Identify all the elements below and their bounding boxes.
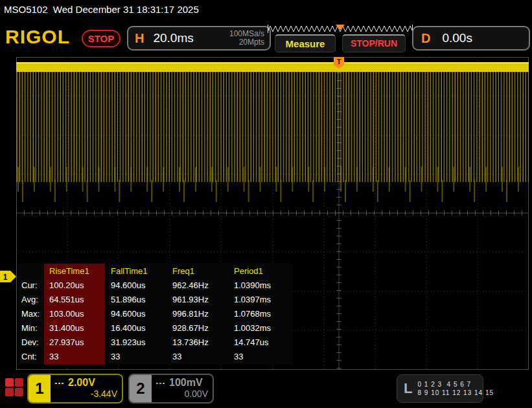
channel1-scale: 2.00V <box>68 377 95 389</box>
measurement-panel[interactable]: RiseTime1 FallTime1 Freq1 Period1 Cur: 1… <box>18 264 293 365</box>
measure-col-freq: Freq1 <box>167 266 229 276</box>
channel2-number-tile: 2 <box>130 375 152 402</box>
measure-value: 996.81Hz <box>167 309 229 319</box>
horizontal-timebase-control[interactable]: H 20.0ms 100MSa/s 20Mpts <box>127 26 271 51</box>
logic-channel-numbers: 0 1 2 3 4 5 6 7 8 9 10 11 12 13 14 15 <box>417 380 494 397</box>
measure-value: 33 <box>229 352 290 361</box>
preview-zigzag <box>268 25 413 33</box>
measure-value: 103.00us <box>44 309 106 319</box>
grid-menu-tile <box>15 388 23 396</box>
measure-value: 94.600us <box>106 280 167 290</box>
measure-col-risetime: RiseTime1 <box>44 266 106 276</box>
measure-value: 94.600us <box>106 309 167 319</box>
measure-value: 14.747us <box>229 337 290 347</box>
measurement-row-dev: Dev: 27.937us 31.923us 13.736Hz 14.747us <box>18 335 293 349</box>
measure-value: 1.0032ms <box>229 323 290 333</box>
measure-value: 27.937us <box>44 337 106 347</box>
trigger-position-flag[interactable]: T <box>334 57 344 71</box>
trigger-flag-letter: T <box>337 58 341 65</box>
grid-menu-tile <box>15 378 23 387</box>
measure-value: 33 <box>167 352 229 361</box>
grid-menu-tile <box>5 388 14 396</box>
measure-value: 928.67Hz <box>167 323 229 333</box>
rigol-logo: RIGOL <box>5 26 70 48</box>
measure-value: 64.551us <box>44 295 106 304</box>
measure-value: 51.896us <box>106 295 167 304</box>
channel1-button[interactable]: 1 2.00V -3.44V <box>27 374 123 403</box>
row-label: Max: <box>18 309 44 319</box>
title-bar: MSO5102 Wed December 31 18:31:17 2025 <box>0 0 532 19</box>
measure-value: 33 <box>44 352 106 361</box>
channel2-offset: 0.00V <box>156 389 208 399</box>
measure-value: 1.0768ms <box>229 309 290 319</box>
logic-label: L <box>404 380 412 397</box>
measure-value: 962.46Hz <box>167 280 229 290</box>
oscilloscope-screen: MSO5102 Wed December 31 18:31:17 2025 RI… <box>0 0 532 408</box>
measurement-row-cnt: Cnt: 33 33 33 33 <box>18 350 293 363</box>
measure-value: 16.400us <box>106 323 167 333</box>
logic-row-2: 8 9 10 11 12 13 14 15 <box>417 389 494 396</box>
measure-value: 33 <box>106 352 167 361</box>
channel2-button[interactable]: 2 100mV 0.00V <box>128 374 214 403</box>
measure-value: 961.93Hz <box>167 295 229 304</box>
measure-value: 1.0390ms <box>229 280 290 290</box>
measurement-row-cur: Cur: 100.20us 94.600us 962.46Hz 1.0390ms <box>18 278 293 292</box>
dc-coupling-icon <box>55 381 64 384</box>
measure-value: 1.0397ms <box>229 295 290 304</box>
row-label: Cur: <box>18 280 44 290</box>
measure-value: 31.400us <box>44 323 106 333</box>
acquisition-status-badge: STOP <box>82 30 121 47</box>
measurement-row-max: Max: 103.00us 94.600us 996.81Hz 1.0768ms <box>18 307 293 321</box>
row-label: Avg: <box>18 295 44 304</box>
logic-analyzer-button[interactable]: L 0 1 2 3 4 5 6 7 8 9 10 11 12 13 14 15 <box>397 374 483 403</box>
row-label: Cnt: <box>18 352 44 361</box>
channel2-scale: 100mV <box>169 377 203 389</box>
stop-run-button[interactable]: STOP/RUN <box>342 34 406 52</box>
logic-row-1: 0 1 2 3 4 5 6 7 <box>417 381 471 388</box>
d-label: D <box>421 31 430 46</box>
channel1-marker-icon: 1 <box>0 271 17 283</box>
h-label: H <box>135 31 144 46</box>
delay-value: 0.00s <box>442 31 472 45</box>
channel1-number-tile: 1 <box>29 375 51 402</box>
waveform-preview-strip[interactable] <box>268 24 413 32</box>
measurement-row-avg: Avg: 64.551us 51.896us 961.93Hz 1.0397ms <box>18 293 293 306</box>
row-label: Dev: <box>18 337 44 347</box>
channel2-info: 100mV 0.00V <box>152 375 213 402</box>
timebase-value: 20.0ms <box>153 31 193 45</box>
channel1-info: 2.00V -3.44V <box>51 375 122 402</box>
measurement-header-row: RiseTime1 FallTime1 Freq1 Period1 <box>18 264 293 278</box>
dc-coupling-icon <box>156 381 165 384</box>
channel1-marker-number: 1 <box>3 273 8 282</box>
grid-menu-icon[interactable] <box>5 378 25 398</box>
measure-value: 100.20us <box>44 280 106 290</box>
sample-rate: 100MSa/s <box>229 29 264 38</box>
measure-value: 13.736Hz <box>167 337 229 347</box>
trigger-flag-icon: T <box>334 57 344 69</box>
memory-depth: 20Mpts <box>239 38 264 47</box>
acquisition-rates: 100MSa/s 20Mpts <box>229 30 264 47</box>
delay-control[interactable]: D 0.00s <box>412 26 530 51</box>
measure-value: 31.923us <box>106 337 167 347</box>
model-and-datetime: MSO5102 Wed December 31 18:31:17 2025 <box>4 4 199 15</box>
measure-col-period: Period1 <box>229 266 290 276</box>
row-label: Min: <box>18 323 44 333</box>
measurement-row-min: Min: 31.400us 16.400us 928.67Hz 1.0032ms <box>18 321 293 335</box>
grid-menu-tile <box>5 378 14 387</box>
measure-col-falltime: FallTime1 <box>106 266 167 276</box>
measure-button[interactable]: Measure <box>275 34 336 52</box>
channel1-offset: -3.44V <box>55 389 117 399</box>
channel1-position-marker[interactable]: 1 <box>0 271 17 286</box>
